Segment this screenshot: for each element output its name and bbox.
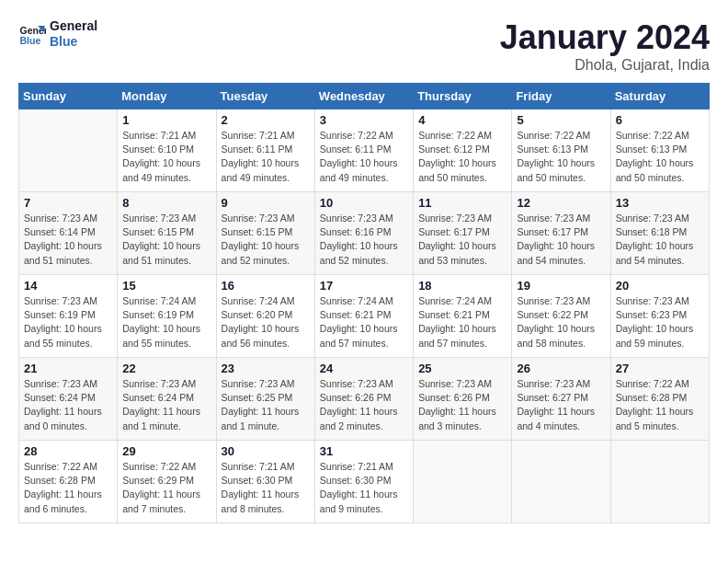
day-number: 20 (616, 279, 704, 293)
calendar-cell: 17Sunrise: 7:24 AMSunset: 6:21 PMDayligh… (314, 275, 413, 358)
day-number: 30 (222, 444, 310, 458)
calendar-cell: 27Sunrise: 7:22 AMSunset: 6:28 PMDayligh… (610, 358, 709, 441)
day-number: 2 (222, 113, 310, 127)
day-info: Sunrise: 7:23 AMSunset: 6:26 PMDaylight:… (320, 377, 408, 433)
day-number: 7 (24, 196, 112, 210)
day-info: Sunrise: 7:21 AMSunset: 6:30 PMDaylight:… (222, 460, 310, 516)
day-info: Sunrise: 7:23 AMSunset: 6:18 PMDaylight:… (616, 212, 704, 268)
day-number: 29 (122, 444, 210, 458)
day-info: Sunrise: 7:22 AMSunset: 6:12 PMDaylight:… (418, 129, 506, 185)
calendar-cell: 28Sunrise: 7:22 AMSunset: 6:28 PMDayligh… (19, 441, 118, 523)
calendar-cell: 7Sunrise: 7:23 AMSunset: 6:14 PMDaylight… (19, 192, 118, 275)
day-info: Sunrise: 7:23 AMSunset: 6:19 PMDaylight:… (24, 294, 112, 350)
day-number: 14 (24, 279, 112, 293)
day-info: Sunrise: 7:23 AMSunset: 6:24 PMDaylight:… (24, 377, 112, 433)
day-info: Sunrise: 7:23 AMSunset: 6:27 PMDaylight:… (517, 377, 605, 433)
weekday-header-friday: Friday (512, 84, 610, 109)
day-number: 31 (320, 444, 408, 458)
calendar-cell (414, 441, 512, 523)
day-info: Sunrise: 7:23 AMSunset: 6:17 PMDaylight:… (517, 212, 605, 268)
calendar-cell: 5Sunrise: 7:22 AMSunset: 6:13 PMDaylight… (512, 109, 610, 192)
calendar-cell: 30Sunrise: 7:21 AMSunset: 6:30 PMDayligh… (216, 441, 314, 523)
calendar-cell: 31Sunrise: 7:21 AMSunset: 6:30 PMDayligh… (314, 441, 413, 523)
day-number: 4 (418, 113, 506, 127)
weekday-header-tuesday: Tuesday (216, 84, 314, 109)
calendar-cell: 14Sunrise: 7:23 AMSunset: 6:19 PMDayligh… (19, 275, 118, 358)
day-info: Sunrise: 7:23 AMSunset: 6:14 PMDaylight:… (24, 212, 112, 268)
svg-text:Blue: Blue (20, 34, 41, 45)
calendar-cell: 22Sunrise: 7:23 AMSunset: 6:24 PMDayligh… (118, 358, 216, 441)
weekday-header-saturday: Saturday (610, 84, 709, 109)
day-info: Sunrise: 7:24 AMSunset: 6:19 PMDaylight:… (122, 294, 210, 350)
weekday-header-thursday: Thursday (414, 84, 512, 109)
day-info: Sunrise: 7:24 AMSunset: 6:21 PMDaylight:… (320, 294, 408, 350)
day-info: Sunrise: 7:22 AMSunset: 6:29 PMDaylight:… (122, 460, 210, 516)
day-info: Sunrise: 7:21 AMSunset: 6:30 PMDaylight:… (320, 460, 408, 516)
day-info: Sunrise: 7:23 AMSunset: 6:22 PMDaylight:… (517, 294, 605, 350)
calendar-cell: 1Sunrise: 7:21 AMSunset: 6:10 PMDaylight… (118, 109, 216, 192)
calendar-week-row: 28Sunrise: 7:22 AMSunset: 6:28 PMDayligh… (19, 441, 710, 523)
logo-icon: General Blue (18, 20, 46, 48)
day-number: 23 (222, 362, 310, 375)
calendar-cell (19, 109, 118, 192)
day-info: Sunrise: 7:23 AMSunset: 6:17 PMDaylight:… (418, 212, 506, 268)
day-number: 28 (24, 444, 112, 458)
calendar-cell: 21Sunrise: 7:23 AMSunset: 6:24 PMDayligh… (19, 358, 118, 441)
day-number: 15 (122, 279, 210, 293)
day-info: Sunrise: 7:21 AMSunset: 6:10 PMDaylight:… (122, 129, 210, 185)
weekday-header-row: SundayMondayTuesdayWednesdayThursdayFrid… (19, 84, 710, 109)
calendar-cell: 13Sunrise: 7:23 AMSunset: 6:18 PMDayligh… (610, 192, 709, 275)
weekday-header-monday: Monday (118, 84, 216, 109)
calendar-cell: 29Sunrise: 7:22 AMSunset: 6:29 PMDayligh… (118, 441, 216, 523)
day-number: 26 (517, 362, 605, 375)
day-info: Sunrise: 7:23 AMSunset: 6:15 PMDaylight:… (122, 212, 210, 268)
day-number: 8 (122, 196, 210, 210)
day-info: Sunrise: 7:23 AMSunset: 6:24 PMDaylight:… (122, 377, 210, 433)
day-number: 27 (616, 362, 704, 375)
day-info: Sunrise: 7:23 AMSunset: 6:26 PMDaylight:… (418, 377, 506, 433)
calendar-cell: 16Sunrise: 7:24 AMSunset: 6:20 PMDayligh… (216, 275, 314, 358)
day-number: 22 (122, 362, 210, 375)
calendar-cell: 11Sunrise: 7:23 AMSunset: 6:17 PMDayligh… (414, 192, 512, 275)
page-header: General Blue General Blue January 2024 D… (18, 18, 710, 74)
title-block: January 2024 Dhola, Gujarat, India (500, 18, 710, 74)
calendar-cell: 2Sunrise: 7:21 AMSunset: 6:11 PMDaylight… (216, 109, 314, 192)
day-number: 21 (24, 362, 112, 375)
day-number: 12 (517, 196, 605, 210)
day-number: 11 (418, 196, 506, 210)
weekday-header-sunday: Sunday (19, 84, 118, 109)
day-number: 9 (222, 196, 310, 210)
day-number: 6 (616, 113, 704, 127)
day-number: 25 (418, 362, 506, 375)
calendar-cell: 3Sunrise: 7:22 AMSunset: 6:11 PMDaylight… (314, 109, 413, 192)
day-number: 18 (418, 279, 506, 293)
day-info: Sunrise: 7:22 AMSunset: 6:11 PMDaylight:… (320, 129, 408, 185)
calendar-cell (610, 441, 709, 523)
day-number: 16 (222, 279, 310, 293)
calendar-week-row: 1Sunrise: 7:21 AMSunset: 6:10 PMDaylight… (19, 109, 710, 192)
day-info: Sunrise: 7:22 AMSunset: 6:28 PMDaylight:… (24, 460, 112, 516)
day-info: Sunrise: 7:23 AMSunset: 6:25 PMDaylight:… (222, 377, 310, 433)
day-number: 3 (320, 113, 408, 127)
day-info: Sunrise: 7:23 AMSunset: 6:16 PMDaylight:… (320, 212, 408, 268)
logo: General Blue General Blue (18, 18, 97, 50)
day-info: Sunrise: 7:24 AMSunset: 6:21 PMDaylight:… (418, 294, 506, 350)
day-number: 17 (320, 279, 408, 293)
calendar-title: January 2024 (500, 18, 710, 57)
calendar-cell: 4Sunrise: 7:22 AMSunset: 6:12 PMDaylight… (414, 109, 512, 192)
day-number: 5 (517, 113, 605, 127)
day-number: 19 (517, 279, 605, 293)
calendar-week-row: 7Sunrise: 7:23 AMSunset: 6:14 PMDaylight… (19, 192, 710, 275)
calendar-cell: 24Sunrise: 7:23 AMSunset: 6:26 PMDayligh… (314, 358, 413, 441)
day-info: Sunrise: 7:24 AMSunset: 6:20 PMDaylight:… (222, 294, 310, 350)
calendar-cell: 10Sunrise: 7:23 AMSunset: 6:16 PMDayligh… (314, 192, 413, 275)
weekday-header-wednesday: Wednesday (314, 84, 413, 109)
day-info: Sunrise: 7:22 AMSunset: 6:13 PMDaylight:… (616, 129, 704, 185)
calendar-cell: 15Sunrise: 7:24 AMSunset: 6:19 PMDayligh… (118, 275, 216, 358)
day-number: 1 (122, 113, 210, 127)
calendar-week-row: 14Sunrise: 7:23 AMSunset: 6:19 PMDayligh… (19, 275, 710, 358)
calendar-cell: 25Sunrise: 7:23 AMSunset: 6:26 PMDayligh… (414, 358, 512, 441)
calendar-week-row: 21Sunrise: 7:23 AMSunset: 6:24 PMDayligh… (19, 358, 710, 441)
day-info: Sunrise: 7:22 AMSunset: 6:13 PMDaylight:… (517, 129, 605, 185)
calendar-cell: 6Sunrise: 7:22 AMSunset: 6:13 PMDaylight… (610, 109, 709, 192)
